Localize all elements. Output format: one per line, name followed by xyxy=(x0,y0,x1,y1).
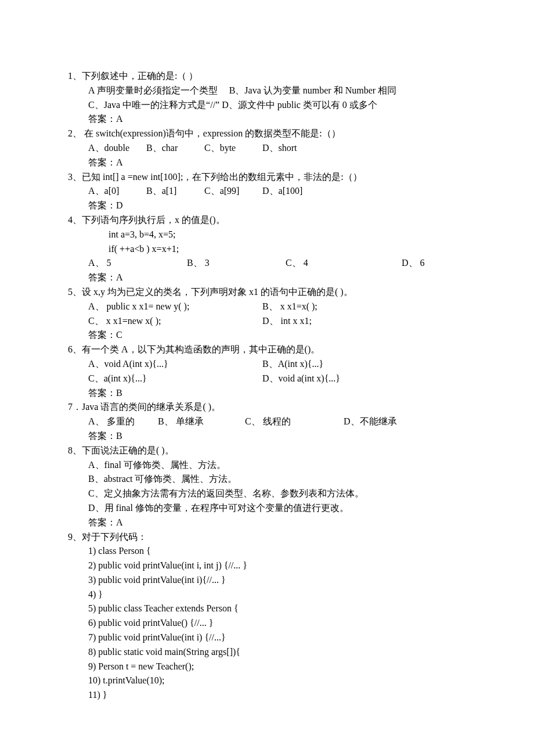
q7-option-a: A、 多重的 xyxy=(88,415,158,429)
q3-option-b: B、a[1] xyxy=(146,184,204,199)
q6-option-a: A、void A(int x){...} xyxy=(88,357,262,372)
q4-code-line-1: int a=3, b=4, x=5; xyxy=(68,228,476,242)
question-2: 2、 在 switch(expression)语句中，expression 的数… xyxy=(68,127,476,170)
q3-answer: 答案：D xyxy=(68,199,476,213)
q5-option-d: D、 int x x1; xyxy=(262,314,312,329)
q1-option-c: C、Java 中唯一的注释方式是“//” xyxy=(88,100,219,110)
question-6: 6、有一个类 A，以下为其构造函数的声明，其中正确的是()。 A、void A(… xyxy=(68,343,476,400)
q6-answer: 答案：B xyxy=(68,386,476,401)
q3-option-d: D、a[100] xyxy=(262,184,320,199)
q8-option-a: A、final 可修饰类、属性、方法。 xyxy=(68,458,476,473)
q9-code-line: 6) public void printValue() {//... } xyxy=(68,616,476,631)
q4-answer: 答案：A xyxy=(68,271,476,285)
q3-stem: 3、已知 int[] a =new int[100];，在下列给出的数组元素中，… xyxy=(68,170,476,185)
q9-code-line: 4) } xyxy=(68,588,476,602)
q2-option-b: B、char xyxy=(146,141,204,156)
question-9: 9、对于下列代码： 1) class Person { 2) public vo… xyxy=(68,530,476,703)
q2-option-c: C、byte xyxy=(204,141,262,156)
q9-stem: 9、对于下列代码： xyxy=(68,530,476,545)
q6-stem: 6、有一个类 A，以下为其构造函数的声明，其中正确的是()。 xyxy=(68,343,476,357)
question-3: 3、已知 int[] a =new int[100];，在下列给出的数组元素中，… xyxy=(68,170,476,213)
q8-option-b: B、abstract 可修饰类、属性、方法。 xyxy=(68,472,476,487)
q4-stem: 4、下列语句序列执行后，x 的值是()。 xyxy=(68,213,476,228)
q2-stem: 2、 在 switch(expression)语句中，expression 的数… xyxy=(68,127,476,141)
q1-option-d: D、源文件中 public 类可以有 0 或多个 xyxy=(222,100,377,110)
q1-stem: 1、下列叙述中，正确的是:（ ） xyxy=(68,69,476,84)
q5-answer: 答案：C xyxy=(68,328,476,343)
q7-answer: 答案：B xyxy=(68,429,476,444)
q4-code-line-2: if( ++a<b ) x=x+1; xyxy=(68,242,476,257)
q2-option-a: A、double xyxy=(88,141,146,156)
q7-option-d: D、不能继承 xyxy=(344,415,397,429)
q3-option-a: A、a[0] xyxy=(88,184,146,199)
q7-option-c: C、 线程的 xyxy=(245,415,344,429)
q8-option-d: D、用 final 修饰的变量，在程序中可对这个变量的值进行更改。 xyxy=(68,501,476,516)
question-1: 1、下列叙述中，正确的是:（ ） A 声明变量时必须指定一个类型 B、Java … xyxy=(68,69,476,127)
q6-option-d: D、void a(int x){...} xyxy=(262,372,340,386)
q5-stem: 5、设 x,y 均为已定义的类名，下列声明对象 x1 的语句中正确的是( )。 xyxy=(68,285,476,300)
q2-option-d: D、short xyxy=(262,141,320,156)
q9-code-line: 5) public class Teacher extends Person { xyxy=(68,602,476,616)
q9-code-line: 7) public void printValue(int i) {//...} xyxy=(68,631,476,645)
q6-option-b: B、A(int x){...} xyxy=(262,357,323,372)
q1-answer: 答案：A xyxy=(68,112,476,127)
question-5: 5、设 x,y 均为已定义的类名，下列声明对象 x1 的语句中正确的是( )。 … xyxy=(68,285,476,343)
q8-stem: 8、下面说法正确的是( )。 xyxy=(68,444,476,458)
q7-stem: 7．Java 语言的类间的继承关系是( )。 xyxy=(68,400,476,415)
q5-option-c: C、 x x1=new x( ); xyxy=(88,314,262,329)
q9-code-line: 1) class Person { xyxy=(68,544,476,559)
q8-option-c: C、定义抽象方法需有方法的返回类型、名称、参数列表和方法体。 xyxy=(68,487,476,501)
exam-page: 1、下列叙述中，正确的是:（ ） A 声明变量时必须指定一个类型 B、Java … xyxy=(68,69,476,703)
q9-code-line: 8) public static void main(String args[]… xyxy=(68,645,476,660)
q7-option-b: B、 单继承 xyxy=(158,415,245,429)
q9-code-line: 11) } xyxy=(68,688,476,703)
q3-option-c: C、a[99] xyxy=(204,184,262,199)
q8-answer: 答案：A xyxy=(68,516,476,530)
question-4: 4、下列语句序列执行后，x 的值是()。 int a=3, b=4, x=5; … xyxy=(68,213,476,285)
q9-code-line: 3) public void printValue(int i){//... } xyxy=(68,573,476,588)
q2-answer: 答案：A xyxy=(68,156,476,170)
q6-option-c: C、a(int x){...} xyxy=(88,372,262,386)
question-7: 7．Java 语言的类间的继承关系是( )。 A、 多重的 B、 单继承 C、 … xyxy=(68,400,476,443)
q9-code-line: 10) t.printValue(10); xyxy=(68,674,476,688)
q4-option-c: C、 4 xyxy=(286,256,402,271)
q9-code-line: 9) Person t = new Teacher(); xyxy=(68,660,476,674)
question-8: 8、下面说法正确的是( )。 A、final 可修饰类、属性、方法。 B、abs… xyxy=(68,444,476,530)
q4-option-d: D、 6 xyxy=(402,256,448,271)
q5-option-b: B、 x x1=x( ); xyxy=(262,300,317,314)
q4-option-b: B、 3 xyxy=(187,256,286,271)
q5-option-a: A、 public x x1= new y( ); xyxy=(88,300,262,314)
q4-option-a: A、 5 xyxy=(88,256,187,271)
q1-option-a: A 声明变量时必须指定一个类型 xyxy=(88,85,218,95)
q1-option-b: B、Java 认为变量 number 和 Number 相同 xyxy=(229,85,396,95)
q9-code-line: 2) public void printValue(int i, int j) … xyxy=(68,559,476,573)
